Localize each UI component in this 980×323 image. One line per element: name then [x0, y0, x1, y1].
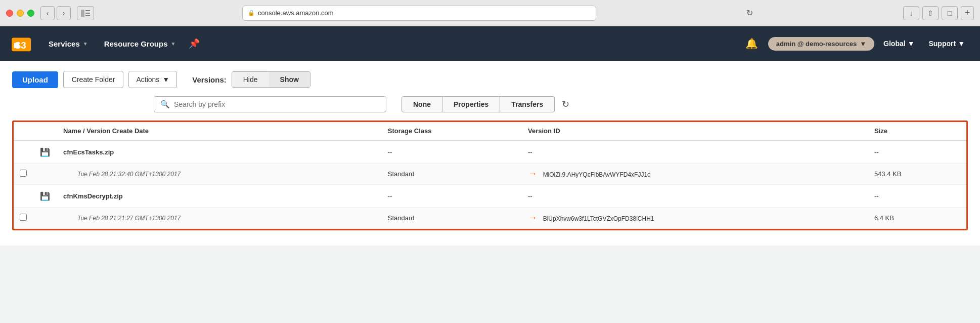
account-chevron-icon: ▼: [860, 40, 866, 48]
row-icon-cell: 💾: [33, 185, 57, 208]
account-label: admin @ demo-resources: [776, 40, 857, 48]
global-label: Global: [883, 39, 906, 48]
versions-toggle: Hide Show: [232, 71, 310, 88]
support-chevron-icon: ▼: [958, 39, 965, 48]
toolbar: Upload Create Folder Actions ▼ Versions:…: [12, 71, 968, 88]
properties-filter-button[interactable]: Properties: [442, 96, 500, 112]
traffic-lights: [6, 10, 34, 17]
nav-right: 🔔 admin @ demo-resources ▼ Global ▼ Supp…: [739, 37, 970, 51]
svg-rect-1: [85, 10, 90, 11]
aws-logo[interactable]: ■ S3: [10, 32, 32, 55]
version-checkbox[interactable]: [20, 170, 27, 177]
notifications-bell-icon[interactable]: 🔔: [739, 37, 764, 50]
table-row: 💾 cfnEcsTasks.zip -- -- --: [14, 140, 966, 164]
show-toggle-button[interactable]: Show: [269, 72, 310, 87]
services-chevron-icon: ▼: [83, 41, 88, 47]
search-icon: 🔍: [160, 100, 170, 109]
minimize-button[interactable]: [17, 10, 24, 17]
version-id-cell: → BlUpXhvw6w3f1LTctGVZxOpFD38lCHH1: [522, 208, 868, 229]
version-id-value: MiOiZi.9.AHyYQcFibBAvWYFD4xFJJ1c: [543, 171, 650, 178]
file-table: Name / Version Create Date Storage Class…: [14, 122, 966, 229]
col-icon: [33, 122, 57, 140]
pin-icon[interactable]: 📌: [184, 38, 205, 49]
version-storage-cell: Standard: [382, 164, 522, 185]
address-bar[interactable]: 🔒 console.aws.amazon.com: [242, 6, 596, 21]
create-folder-button[interactable]: Create Folder: [63, 71, 124, 88]
support-label: Support: [928, 39, 956, 48]
version-id-cell: → MiOiZi.9.AHyYQcFibBAvWYFD4xFJJ1c: [522, 164, 868, 185]
upload-button[interactable]: Upload: [12, 71, 58, 88]
row-checkbox-cell: [14, 140, 33, 164]
resource-groups-nav-item[interactable]: Resource Groups ▼: [96, 26, 184, 61]
version-arrow-icon: →: [528, 169, 537, 179]
close-button[interactable]: [6, 10, 13, 17]
transfers-filter-button[interactable]: Transfers: [500, 96, 555, 112]
new-tab-button[interactable]: +: [961, 6, 974, 20]
file-table-wrapper: Name / Version Create Date Storage Class…: [12, 120, 968, 230]
col-checkbox: [14, 122, 33, 140]
forward-button[interactable]: ›: [57, 6, 71, 20]
version-checkbox-cell: [14, 164, 33, 185]
col-name: Name / Version Create Date: [57, 122, 382, 140]
hide-toggle-button[interactable]: Hide: [232, 72, 269, 87]
row-checkbox-cell: [14, 185, 33, 208]
row-storage-cell: --: [382, 185, 522, 208]
none-filter-button[interactable]: None: [402, 96, 442, 112]
table-header-row: Name / Version Create Date Storage Class…: [14, 122, 966, 140]
col-storage: Storage Class: [382, 122, 522, 140]
sidebar-toggle-button[interactable]: [77, 6, 94, 20]
actions-button[interactable]: Actions ▼: [128, 71, 177, 88]
version-date-cell: Tue Feb 28 21:21:27 GMT+1300 2017: [57, 208, 382, 229]
global-button[interactable]: Global ▼: [878, 39, 919, 48]
table-version-row: Tue Feb 28 21:21:27 GMT+1300 2017 Standa…: [14, 208, 966, 229]
search-input[interactable]: [174, 100, 380, 108]
row-icon-cell: 💾: [33, 140, 57, 164]
url-text: console.aws.amazon.com: [258, 9, 334, 17]
version-checkbox-cell: [14, 208, 33, 229]
version-date: Tue Feb 28 21:32:40 GMT+1300 2017: [63, 171, 181, 178]
actions-chevron-icon: ▼: [162, 75, 169, 84]
version-size-cell: 543.4 KB: [868, 164, 966, 185]
support-button[interactable]: Support ▼: [923, 39, 970, 48]
refresh-button[interactable]: ↻: [562, 99, 569, 110]
version-date-cell: Tue Feb 28 21:32:40 GMT+1300 2017: [57, 164, 382, 185]
fullscreen-button[interactable]: □: [942, 6, 958, 20]
versions-label: Versions:: [192, 75, 227, 84]
download-button[interactable]: ↓: [903, 6, 919, 20]
services-nav-item[interactable]: Services ▼: [40, 26, 96, 61]
search-row: 🔍 None Properties Transfers ↻: [154, 96, 968, 112]
col-size: Size: [868, 122, 966, 140]
account-button[interactable]: admin @ demo-resources ▼: [768, 37, 874, 51]
table-version-row: Tue Feb 28 21:32:40 GMT+1300 2017 Standa…: [14, 164, 966, 185]
version-checkbox[interactable]: [20, 214, 27, 221]
svg-rect-2: [85, 13, 90, 14]
services-label: Services: [49, 39, 80, 48]
version-size-cell: 6.4 KB: [868, 208, 966, 229]
col-version: Version ID: [522, 122, 868, 140]
file-name[interactable]: cfnEcsTasks.zip: [63, 148, 114, 156]
table-row: 💾 cfnKmsDecrypt.zip -- -- --: [14, 185, 966, 208]
search-box: 🔍: [154, 96, 386, 112]
maximize-button[interactable]: [27, 10, 34, 17]
row-version-id-cell: --: [522, 185, 868, 208]
reload-button[interactable]: ↻: [744, 6, 755, 20]
back-button[interactable]: ‹: [40, 6, 55, 20]
version-date: Tue Feb 28 21:21:27 GMT+1300 2017: [63, 215, 181, 222]
row-name-cell: cfnKmsDecrypt.zip: [57, 185, 382, 208]
row-name-cell: cfnEcsTasks.zip: [57, 140, 382, 164]
browser-chrome: ‹ › 🔒 console.aws.amazon.com ↻ ↓ ⇧ □ +: [0, 0, 980, 26]
file-name[interactable]: cfnKmsDecrypt.zip: [63, 192, 123, 200]
actions-label: Actions: [136, 75, 159, 84]
version-icon-cell: [33, 208, 57, 229]
version-storage-cell: Standard: [382, 208, 522, 229]
row-size-cell: --: [868, 185, 966, 208]
share-button[interactable]: ⇧: [922, 6, 939, 20]
version-icon-cell: [33, 164, 57, 185]
main-content: Upload Create Folder Actions ▼ Versions:…: [0, 61, 980, 246]
svg-rect-0: [81, 10, 84, 17]
file-icon: 💾: [39, 146, 51, 158]
row-storage-cell: --: [382, 140, 522, 164]
lock-icon: 🔒: [248, 10, 255, 16]
version-arrow-icon: →: [528, 213, 537, 223]
row-version-id-cell: --: [522, 140, 868, 164]
